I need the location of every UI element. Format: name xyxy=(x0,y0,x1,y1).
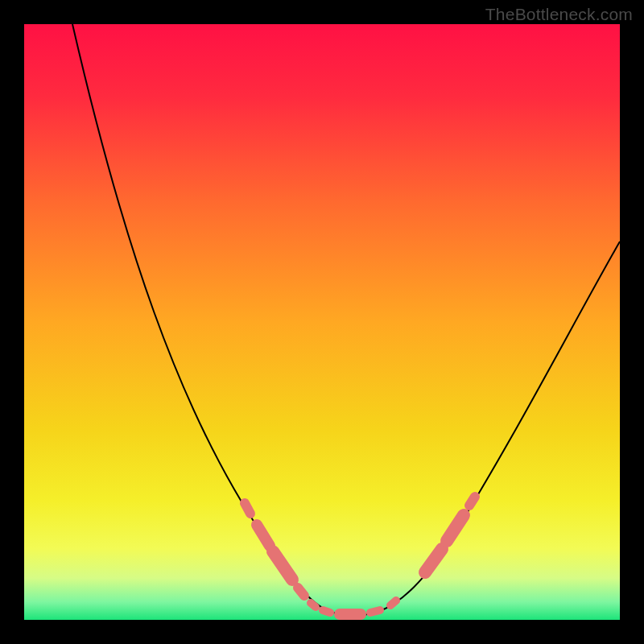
curve-marker xyxy=(323,610,330,613)
chart-canvas xyxy=(24,24,620,620)
curve-marker xyxy=(370,610,380,613)
curve-marker xyxy=(311,603,316,607)
watermark-text: TheBottleneck.com xyxy=(485,5,633,24)
curve-marker xyxy=(298,588,304,596)
chart-frame xyxy=(24,24,620,620)
curve-marker xyxy=(469,497,475,506)
gradient-background xyxy=(24,24,620,620)
curve-marker xyxy=(390,601,396,605)
curve-marker xyxy=(245,503,250,514)
